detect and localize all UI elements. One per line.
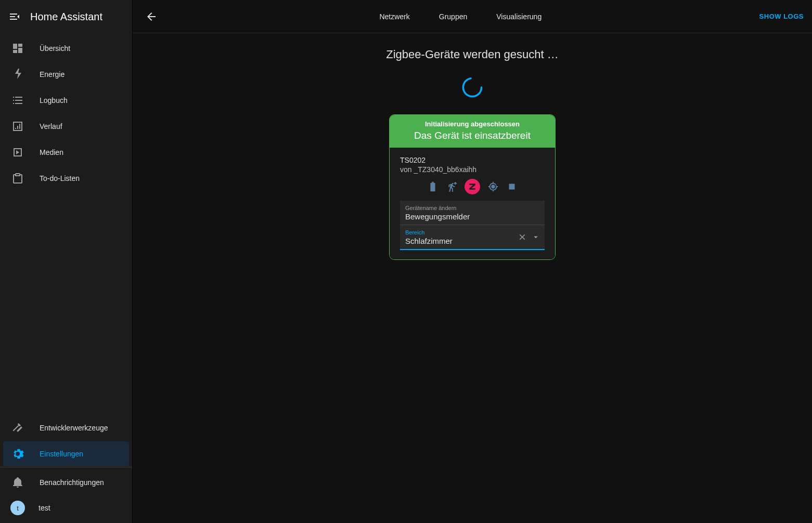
sidebar-title: Home Assistant — [30, 11, 102, 23]
device-status-sub: Initialisierung abgeschlossen — [395, 120, 550, 128]
chart-icon — [11, 120, 24, 133]
cog-icon — [11, 448, 24, 460]
battery-icon — [427, 181, 439, 192]
sidebar-item-label: To-do-Listen — [40, 174, 80, 182]
tab-visualization[interactable]: Visualisierung — [494, 8, 544, 25]
sidebar-item-label: Übersicht — [40, 44, 70, 53]
tab-network[interactable]: Netzwerk — [377, 8, 411, 25]
sidebar-item-devtools[interactable]: Entwicklerwerkzeuge — [3, 415, 129, 440]
list-icon — [11, 94, 24, 107]
sidebar-item-user[interactable]: t test — [3, 495, 129, 520]
field-label: Gerätename ändern — [405, 205, 539, 211]
device-card-body: TS0202 von _TZ3040_bb6xaihh Gerätename ä… — [390, 148, 555, 259]
sidebar-item-logbook[interactable]: Logbuch — [3, 88, 129, 113]
topbar: Netzwerk Gruppen Visualisierung Show Log… — [133, 0, 812, 33]
sidebar-nav: Übersicht Energie Logbuch Verlauf Medien… — [0, 33, 132, 467]
sidebar-item-label: Medien — [40, 148, 63, 156]
sidebar-item-energy[interactable]: Energie — [3, 62, 129, 87]
content: Zigbee-Geräte werden gesucht … Initialis… — [133, 33, 812, 523]
zigbee-icon — [465, 179, 480, 194]
hammer-icon — [11, 422, 24, 434]
device-fields: Gerätename ändern Bereich — [400, 201, 545, 250]
sidebar-item-history[interactable]: Verlauf — [3, 114, 129, 139]
sidebar-footer: Benachrichtigungen t test — [0, 467, 132, 523]
sidebar: Home Assistant Übersicht Energie Logbuch… — [0, 0, 133, 523]
stop-icon — [506, 181, 518, 192]
avatar: t — [10, 501, 25, 515]
menu-collapse-icon[interactable] — [8, 10, 21, 23]
clear-icon[interactable] — [518, 232, 527, 242]
play-box-icon — [11, 146, 24, 159]
device-name-input[interactable] — [405, 212, 539, 221]
arrow-left-icon — [145, 10, 158, 23]
device-card: Initialisierung abgeschlossen Das Gerät … — [389, 114, 556, 260]
loading-spinner — [461, 76, 484, 99]
chevron-down-icon[interactable] — [531, 232, 540, 242]
device-icon-row — [400, 179, 545, 194]
sidebar-item-todo[interactable]: To-do-Listen — [3, 166, 129, 191]
main: Netzwerk Gruppen Visualisierung Show Log… — [133, 0, 812, 523]
motion-icon — [446, 181, 457, 192]
sidebar-header: Home Assistant — [0, 0, 132, 33]
clipboard-icon — [11, 172, 24, 185]
bell-icon — [11, 476, 24, 489]
device-manufacturer: von _TZ3040_bb6xaihh — [400, 165, 545, 174]
page-title: Zigbee-Geräte werden gesucht … — [386, 48, 558, 61]
device-name-field[interactable]: Gerätename ändern — [400, 201, 545, 225]
sidebar-item-media[interactable]: Medien — [3, 140, 129, 165]
svg-point-0 — [463, 78, 481, 96]
crosshair-icon — [487, 181, 499, 192]
flash-icon — [11, 68, 24, 81]
tab-groups[interactable]: Gruppen — [437, 8, 469, 25]
back-button[interactable] — [141, 6, 162, 27]
sidebar-item-label: Verlauf — [40, 122, 62, 130]
sidebar-item-label: Entwicklerwerkzeuge — [40, 424, 108, 432]
sidebar-item-label: Logbuch — [40, 96, 68, 104]
dashboard-icon — [11, 42, 24, 55]
sidebar-item-label: test — [38, 504, 50, 512]
sidebar-item-label: Benachrichtigungen — [40, 478, 104, 487]
show-logs-button[interactable]: Show Logs — [759, 12, 804, 20]
device-status-title: Das Gerät ist einsatzbereit — [395, 130, 550, 141]
sidebar-item-overview[interactable]: Übersicht — [3, 36, 129, 61]
device-card-header: Initialisierung abgeschlossen Das Gerät … — [390, 115, 555, 148]
sidebar-item-label: Energie — [40, 70, 65, 79]
field-controls — [518, 232, 540, 242]
tabs: Netzwerk Gruppen Visualisierung — [162, 8, 759, 25]
device-model: TS0202 — [400, 156, 545, 164]
nav-spacer — [0, 191, 132, 415]
sidebar-item-label: Einstellungen — [40, 450, 83, 458]
sidebar-item-notifications[interactable]: Benachrichtigungen — [3, 470, 129, 495]
device-area-field[interactable]: Bereich — [400, 225, 545, 250]
sidebar-item-settings[interactable]: Einstellungen — [3, 441, 129, 466]
